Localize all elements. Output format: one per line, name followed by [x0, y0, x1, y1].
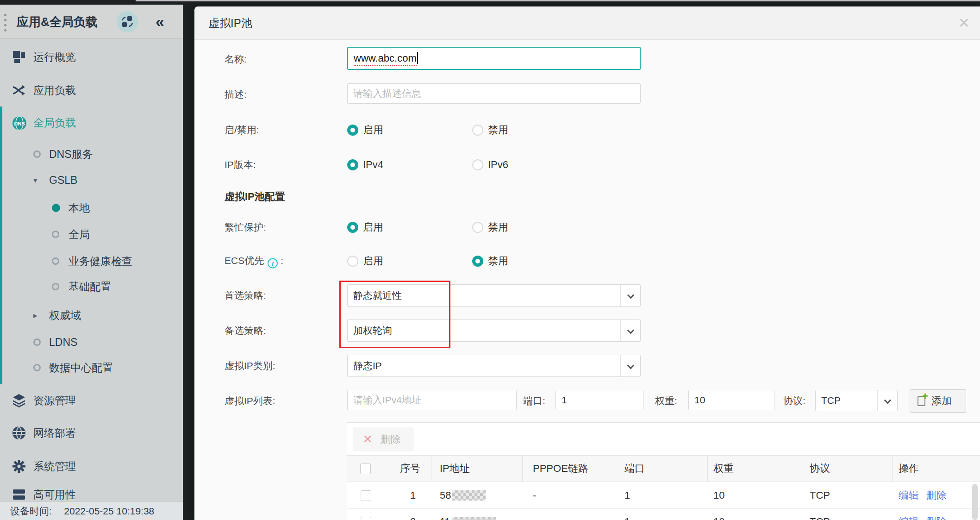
- ecs-off-radio[interactable]: 禁用: [472, 254, 508, 268]
- weight-input[interactable]: [688, 390, 774, 410]
- sidebar: 应用&全局负载 « 运行概览: [0, 5, 183, 520]
- device-time-value: 2022-05-25 10:19:38: [64, 506, 154, 516]
- sidebar-item-global-load[interactable]: DNS 全局负载: [0, 112, 183, 133]
- module-switch-icon[interactable]: [117, 11, 138, 32]
- busy-off-radio[interactable]: 禁用: [472, 220, 508, 234]
- close-icon[interactable]: ✕: [958, 15, 970, 31]
- vip-table: ✕ 删除 序号 IP地址 PPPOE链路 端口 权重 协议 操作 1 58 - …: [347, 422, 980, 520]
- ipv6-radio[interactable]: IPv6: [472, 159, 508, 171]
- sidebar-item-overview[interactable]: 运行概览: [0, 46, 183, 68]
- busy-on-radio[interactable]: 启用: [347, 220, 383, 234]
- vip-type-value: 静态IP: [353, 359, 382, 372]
- cell-actions: 编辑 删除: [893, 509, 980, 520]
- protocol-select[interactable]: TCP: [815, 390, 898, 411]
- ip-version-label: IP版本:: [225, 158, 256, 171]
- device-time-bar: 设备时间: 2022-05-25 10:19:38: [0, 501, 183, 520]
- radio-icon: [472, 222, 483, 233]
- sidebar-item-global[interactable]: 全局: [0, 224, 183, 245]
- header-protocol: 协议: [801, 456, 893, 482]
- radio-selected-icon: [347, 125, 358, 136]
- cell-seq: 1: [384, 482, 431, 508]
- batch-delete-button[interactable]: ✕ 删除: [353, 427, 414, 451]
- table-row: 1 58 - 1 10 TCP 编辑 删除: [347, 482, 980, 509]
- header-pppoe: PPPOE链路: [523, 456, 614, 482]
- header-actions: 操作: [893, 456, 980, 482]
- edit-link[interactable]: 编辑: [899, 489, 919, 502]
- chevron-down-icon: ▾: [33, 175, 37, 185]
- weight-label: 权重:: [655, 395, 677, 407]
- ipv4-radio[interactable]: IPv4: [347, 159, 383, 171]
- globe-icon: [12, 426, 26, 440]
- protocol-label: 协议:: [783, 395, 805, 407]
- info-icon[interactable]: i: [268, 258, 278, 269]
- header-ip: IP地址: [431, 456, 523, 482]
- vip-type-select[interactable]: 静态IP: [347, 355, 641, 377]
- ecs-on-radio[interactable]: 启用: [347, 254, 383, 268]
- delete-link[interactable]: 删除: [926, 515, 947, 520]
- primary-policy-select[interactable]: 静态就近性: [347, 284, 641, 307]
- description-input[interactable]: [347, 83, 641, 104]
- layers-icon: [12, 394, 26, 407]
- sidebar-item-system-mgmt[interactable]: 系统管理: [0, 456, 183, 477]
- table-scrollbar[interactable]: [972, 484, 978, 520]
- backup-policy-select[interactable]: 加权轮询: [347, 320, 641, 342]
- virtual-ip-pool-dialog: 虚拟IP池 ✕ 名称: www.abc.com 描述: 启/禁用: 启用 禁用 …: [194, 6, 980, 520]
- edit-link[interactable]: 编辑: [899, 515, 919, 520]
- sidebar-header: 应用&全局负载 «: [0, 5, 183, 39]
- cell-ip: 11: [431, 509, 523, 520]
- svg-text:DNS: DNS: [14, 121, 25, 126]
- sidebar-item-gslb[interactable]: ▾ GSLB: [0, 169, 183, 191]
- port-input[interactable]: [556, 390, 643, 410]
- bullet-icon: [33, 338, 41, 346]
- cell-protocol: TCP: [801, 509, 893, 520]
- sidebar-item-datacenter-config[interactable]: 数据中心配置: [0, 357, 183, 378]
- delete-link[interactable]: 删除: [926, 489, 947, 502]
- ecs-priority-row: ECS优先i: 启用 禁用: [194, 250, 980, 272]
- sidebar-collapse-icon[interactable]: «: [156, 13, 164, 31]
- enable-on-radio[interactable]: 启用: [347, 123, 383, 137]
- name-input[interactable]: www.abc.com: [347, 47, 641, 70]
- cell-weight: 10: [708, 509, 801, 520]
- radio-selected-icon: [347, 159, 358, 170]
- sidebar-item-app-load[interactable]: 应用负载: [0, 80, 183, 101]
- header-port: 端口: [614, 456, 708, 482]
- chevron-down-icon: [627, 362, 635, 370]
- sidebar-item-resource-mgmt[interactable]: 资源管理: [0, 390, 183, 411]
- enable-row: 启/禁用: 启用 禁用: [194, 119, 980, 141]
- protocol-value: TCP: [821, 395, 841, 406]
- chevron-down-icon: [627, 292, 635, 299]
- sidebar-item-ldns[interactable]: LDNS: [0, 332, 183, 353]
- dialog-title: 虚拟IP池: [208, 6, 252, 40]
- bullet-icon: [52, 231, 59, 238]
- add-button[interactable]: + 添加: [910, 389, 966, 413]
- sidebar-item-local[interactable]: 本地: [0, 197, 183, 219]
- enable-off-radio[interactable]: 禁用: [472, 123, 508, 137]
- gear-icon: [12, 459, 26, 473]
- window-top-edge: [136, 0, 980, 1]
- server-icon: [12, 488, 26, 501]
- name-label: 名称:: [225, 53, 247, 66]
- row-checkbox[interactable]: [361, 490, 371, 501]
- drag-handle-icon[interactable]: [4, 13, 6, 32]
- plus-icon: +: [922, 392, 928, 401]
- backup-policy-value: 加权轮询: [353, 324, 392, 337]
- bullet-icon: [52, 257, 59, 265]
- dialog-header: 虚拟IP池 ✕: [194, 6, 980, 40]
- cell-pppoe: -: [523, 482, 614, 508]
- name-row: 名称: www.abc.com: [194, 48, 980, 70]
- select-all-checkbox[interactable]: [360, 464, 371, 474]
- dashboard-icon: [12, 50, 26, 64]
- app-title: 应用&全局负载: [17, 5, 98, 39]
- sidebar-item-dns-service[interactable]: DNS服务: [0, 144, 183, 165]
- sidebar-item-basic-config[interactable]: 基础配置: [0, 276, 183, 297]
- row-checkbox[interactable]: [361, 517, 371, 520]
- description-label: 描述:: [225, 88, 247, 101]
- sidebar-item-health-check[interactable]: 业务健康检查: [0, 251, 183, 272]
- ip-address-input[interactable]: [347, 390, 517, 410]
- redacted-ip-mosaic: [452, 490, 486, 501]
- bullet-icon: [33, 150, 41, 158]
- sidebar-item-network-deploy[interactable]: 网络部署: [0, 422, 183, 444]
- backup-policy-row: 备选策略: 加权轮询: [194, 320, 980, 342]
- vip-list-row: 虚拟IP列表: 端口: 权重: 协议: TCP + 添加: [194, 390, 980, 412]
- sidebar-item-authoritative-domain[interactable]: ▸ 权威域: [0, 305, 183, 326]
